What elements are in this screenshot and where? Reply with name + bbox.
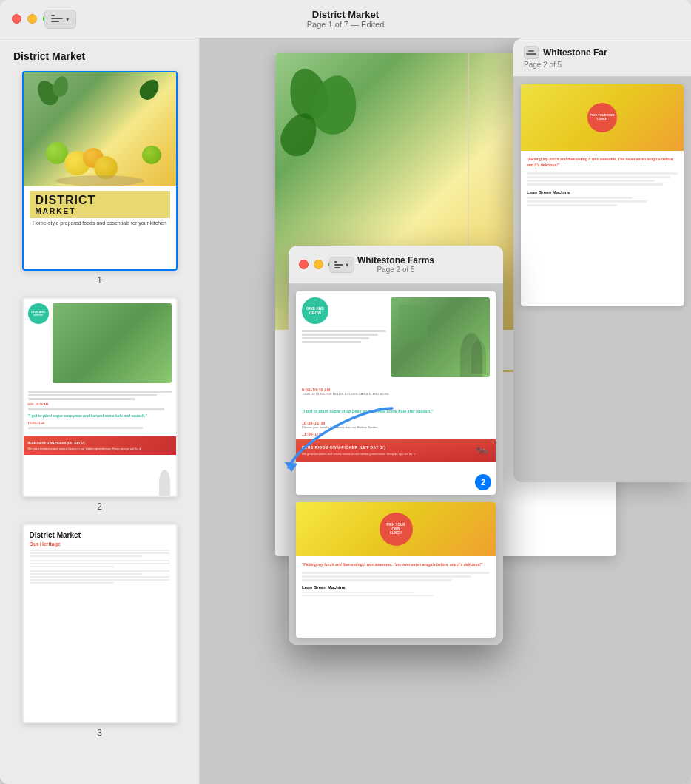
p3-line-8 [30, 573, 142, 575]
citrus-lime [142, 146, 161, 164]
p2-time1: 9:00–10:30 AM [28, 402, 172, 406]
float-close-button[interactable] [299, 260, 309, 269]
bowl-rim [55, 175, 144, 186]
fp3-badge: PICK YOUROWNLUNCH [380, 513, 413, 546]
fp2-time-3: 11:30–1:15 [302, 432, 490, 436]
page-3-thumbnail[interactable]: District Market Our Heritage [22, 524, 178, 723]
fp2-red-body-text: We grow tomatoes and onions beans in our… [302, 452, 490, 456]
rp-recipe-line-1 [527, 197, 633, 199]
page3-content: District Market Our Heritage [24, 525, 176, 722]
right-window[interactable]: Whitestone Far Page 2 of 5 PICK YOUR OWN… [513, 38, 691, 482]
fp2-section2-desc: Choose your favorite ingredients from ou… [302, 425, 490, 429]
p2-red-body: We grow tomatoes and onions beans in our… [28, 447, 172, 451]
title-bar: ▾ District Market Page 1 of 7 — Edited [0, 0, 691, 38]
right-window-title: Whitestone Far [543, 47, 607, 58]
page1-banner: DISTRICT MARKET [30, 191, 170, 218]
float-window-content: GIVE AND GROW [289, 284, 503, 645]
fp2-red-headline-text: BLUE RIDGE OWN-PICKER (LET DAY 1!) [302, 445, 490, 450]
page-1-thumbnail[interactable]: DISTRICT MARKET Home-style prepared food… [22, 71, 178, 271]
p2-text-1 [28, 391, 172, 393]
fp3-recipe-2 [302, 595, 434, 596]
panel-view-icon [51, 15, 63, 24]
float-page2-card[interactable]: GIVE AND GROW [296, 291, 496, 495]
rp-line-4 [527, 183, 663, 186]
rp-body: "Picking my lunch and then eating it was… [521, 151, 684, 212]
p3-line-4 [30, 560, 170, 561]
p2-body: 9:00–10:30 AM "I got to plant sugar snap… [24, 388, 176, 434]
rp-recipe-title: Lean Green Machine [527, 190, 678, 195]
p3-line-5 [30, 563, 170, 564]
fp3-recipe-lines [302, 592, 490, 596]
rp-line-2 [527, 176, 670, 178]
p3-line-9 [30, 576, 170, 578]
view-toggle-button[interactable]: ▾ [44, 10, 76, 29]
page-thumb-3[interactable]: District Market Our Heritage 3 [6, 524, 193, 738]
page-thumb-1[interactable]: DISTRICT MARKET Home-style prepared food… [6, 71, 193, 285]
main-window: ▾ District Market Page 1 of 7 — Edited D… [0, 0, 691, 784]
p2-red-headline: BLUE RIDGE OWN-PICKER (LET DAY 1!) [28, 441, 172, 445]
float-view-toggle[interactable]: ▾ [329, 257, 354, 273]
p3-line-7 [30, 570, 170, 572]
fp2-line-1 [302, 330, 386, 332]
float-minimize-button[interactable] [314, 260, 323, 269]
rp-badge: PICK YOUR OWN LUNCH [587, 103, 617, 132]
page2-content: GIVE AND GROW 9:00–10:30 AM "I go [24, 299, 176, 496]
right-page-card: PICK YOUR OWN LUNCH "Picking my lunch an… [521, 84, 684, 306]
fp3-lines [302, 572, 490, 581]
close-button[interactable] [12, 14, 21, 24]
rp-quote: "Picking my lunch and then eating it was… [527, 157, 678, 168]
main-content-area: DISTRICT MARKET Whitestone Far Page 2 of [200, 38, 691, 784]
p2-text-4 [28, 408, 164, 410]
fp2-person [471, 340, 486, 374]
chevron-down-icon: ▾ [66, 16, 70, 23]
page-3-label: 3 [97, 728, 102, 738]
rp-line-1 [527, 172, 678, 175]
page1-market-text: MARKET [36, 207, 164, 215]
fp2-time-item-1: 9:00–10:30 AM TOUR OF OUR CROP FIELDS, K… [302, 388, 490, 396]
fp3-badge-text: PICK YOUROWNLUNCH [387, 523, 405, 535]
fp3-recipe-title: Lean Green Machine [302, 585, 490, 589]
fp2-farm-photo [391, 297, 490, 377]
float-panel-icon [334, 261, 343, 268]
fp3-body: "Picking my lunch and then eating it was… [296, 556, 496, 602]
right-view-icon[interactable] [524, 46, 539, 59]
page1-content: DISTRICT MARKET Home-style prepared food… [24, 72, 176, 269]
p2-text-5 [28, 427, 143, 429]
float-title-area: Whitestone Farms Page 2 of 5 [357, 255, 434, 274]
p3-line-1 [30, 550, 170, 551]
p2-header: GIVE AND GROW [24, 299, 176, 388]
sidebar: District Market [0, 38, 200, 784]
p3-line-11 [30, 582, 114, 584]
p2-farm-photo [53, 303, 172, 383]
fp3-header: PICK YOUROWNLUNCH [296, 502, 496, 556]
page-thumb-2[interactable]: GIVE AND GROW 9:00–10:30 AM "I go [6, 297, 193, 512]
p3-subtitle: Our Heritage [30, 541, 170, 547]
fp2-badge: GIVE AND GROW [302, 297, 328, 324]
fp2-section1-title: TOUR OF OUR CROP FIELDS, KITCHEN GARDEN,… [302, 392, 490, 396]
rp-badge-text: PICK YOUR OWN LUNCH [587, 114, 617, 121]
fp3-line-3 [302, 579, 452, 581]
float-chevron-icon: ▾ [346, 261, 349, 268]
p2-red-section: BLUE RIDGE OWN-PICKER (LET DAY 1!) We gr… [24, 436, 176, 455]
rp-line-3 [527, 180, 655, 182]
p3-line-10 [30, 579, 170, 581]
minimize-button[interactable] [27, 14, 37, 24]
fp2-badge-text: GIVE AND GROW [302, 306, 328, 315]
p2-badge-text: GIVE AND GROW [28, 311, 49, 317]
p2-text-2 [28, 394, 158, 396]
p2-badge: GIVE AND GROW [28, 303, 49, 324]
fp2-text-lines [302, 330, 386, 343]
rp-recipe-line-3 [527, 204, 617, 206]
fp2-line-4 [302, 341, 361, 343]
fp2-quote-section: "I got to plant sugar snap peas and harv… [296, 406, 496, 418]
document-subtitle: Page 1 of 7 — Edited [307, 20, 385, 29]
float-page3-card[interactable]: PICK YOUROWNLUNCH "Picking my lunch and … [296, 502, 496, 638]
fp2-line-2 [302, 334, 378, 336]
rp-header: PICK YOUR OWN LUNCH [521, 84, 684, 151]
fp2-foliage [398, 305, 428, 342]
p2-quote: "I got to plant sugar snap peas and harv… [28, 413, 172, 419]
right-content: PICK YOUR OWN LUNCH "Picking my lunch an… [513, 77, 691, 482]
rp-text-block [527, 172, 678, 186]
float-window[interactable]: ▾ Whitestone Farms Page 2 of 5 GIVE AND … [289, 246, 503, 645]
page-2-thumbnail[interactable]: GIVE AND GROW 9:00–10:30 AM "I go [22, 297, 178, 497]
